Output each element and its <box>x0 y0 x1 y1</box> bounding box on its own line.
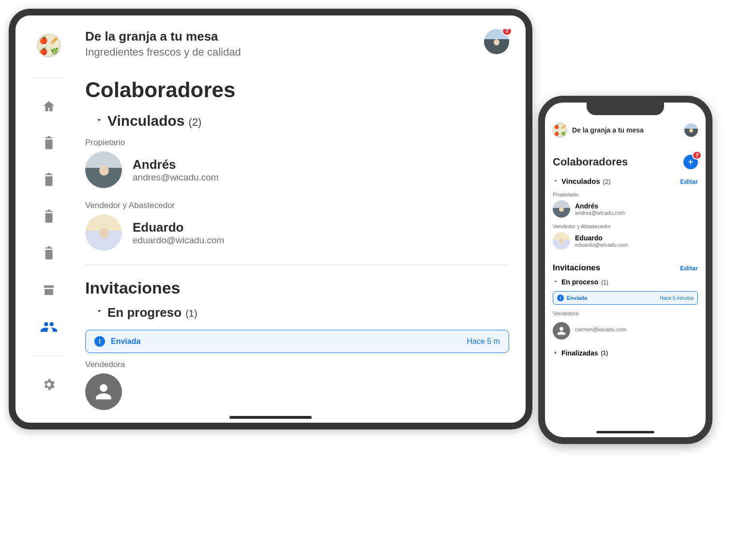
edit-link[interactable]: Editar <box>680 265 698 272</box>
pending-person-row[interactable] <box>85 373 509 410</box>
phone-device: 🍎🥖🍎🌿 De la granja a tu mesa Colaboradore… <box>538 96 712 444</box>
inprogress-section-header[interactable]: En proceso (1) <box>553 278 698 286</box>
linked-label: Vinculados <box>107 113 185 129</box>
clipboard-icon[interactable] <box>41 208 57 225</box>
collaborators-heading: Colaboradores <box>553 156 628 168</box>
app-logo[interactable]: 🍎🥖🍎🌿 <box>553 123 567 137</box>
person-email: eduardo@wicadu.com <box>133 235 224 246</box>
chevron-down-icon <box>95 116 104 126</box>
status-label: Enviada <box>111 337 140 346</box>
info-icon: ! <box>94 336 105 347</box>
invitation-status-banner[interactable]: ! Enviada Hace 5 m <box>85 330 509 353</box>
person-role: Propietario <box>85 138 509 148</box>
chevron-down-icon <box>95 307 104 317</box>
edit-link[interactable]: Editar <box>680 178 698 185</box>
status-label: Enviada <box>567 295 587 301</box>
person-role: Vendedora <box>85 360 509 370</box>
sidebar-divider <box>34 355 63 356</box>
tablet-device: 🍎🥖🍎🌿 <box>9 9 532 429</box>
home-icon[interactable] <box>41 98 57 115</box>
linked-section-header[interactable]: Vinculados (2) Editar <box>553 177 698 186</box>
person-role: Vendedora <box>553 310 698 316</box>
app-logo[interactable]: 🍎🥖🍎🌿 <box>37 34 60 57</box>
pending-person-row[interactable]: carmen@wicadu.com <box>553 319 698 340</box>
linked-label: Vinculados <box>561 177 600 185</box>
person-name: Andrés <box>133 157 219 172</box>
person-email: eduardo@wicadu.com <box>575 242 628 248</box>
person-email: carmen@wicadu.com <box>575 326 626 332</box>
gear-icon[interactable] <box>41 376 57 393</box>
divider <box>85 265 509 265</box>
inprogress-count: (1) <box>185 308 197 319</box>
person-row[interactable]: Andrés andres@wicadu.com <box>85 151 509 188</box>
app-subtitle: Ingredientes frescos y de calidad <box>85 46 241 59</box>
sidebar-divider <box>34 77 63 78</box>
avatar <box>85 151 122 188</box>
home-indicator[interactable] <box>229 416 312 419</box>
person-row[interactable]: Eduardo eduardo@wicadu.com <box>85 214 509 251</box>
person-name: Eduardo <box>575 234 628 242</box>
avatar <box>553 200 570 218</box>
finalized-section-header[interactable]: Finalizadas (1) <box>553 349 698 357</box>
person-row[interactable]: Andrés andres@wicadu.com <box>553 200 698 218</box>
avatar <box>85 214 122 251</box>
linked-count: (2) <box>189 116 202 129</box>
notification-badge[interactable]: 7 <box>502 29 512 36</box>
notification-badge[interactable]: 7 <box>692 151 702 160</box>
avatar-placeholder-icon <box>85 373 122 410</box>
finalized-count: (1) <box>601 350 608 356</box>
inprogress-label: En proceso <box>561 278 598 286</box>
inprogress-section-header[interactable]: En progreso (1) <box>95 305 509 320</box>
app-title: De la granja a tu mesa <box>572 126 644 134</box>
collaborators-heading: Colaboradores <box>85 78 509 102</box>
phone-notch <box>587 103 664 115</box>
clipboard-icon[interactable] <box>41 245 57 262</box>
people-icon[interactable] <box>41 319 57 335</box>
info-icon: ! <box>557 295 564 301</box>
inprogress-label: En progreso <box>107 305 181 320</box>
main-content: De la granja a tu mesa Ingredientes fres… <box>71 29 514 423</box>
invitation-status-banner[interactable]: ! Enviada Hace 5 minutos <box>553 291 698 305</box>
linked-count: (2) <box>603 178 611 185</box>
person-email: andres@wicadu.com <box>575 210 625 216</box>
add-button[interactable]: + 7 <box>683 155 698 169</box>
person-row[interactable]: Eduardo eduardo@wicadu.com <box>553 232 698 250</box>
person-email: andres@wicadu.com <box>133 172 219 183</box>
avatar <box>553 232 570 250</box>
finalized-label: Finalizadas <box>561 349 598 357</box>
chevron-down-icon <box>553 177 559 186</box>
archive-icon[interactable] <box>41 282 57 298</box>
person-name: Eduardo <box>133 220 224 235</box>
linked-section-header[interactable]: Vinculados (2) <box>95 113 509 129</box>
clipboard-icon[interactable] <box>41 135 57 151</box>
person-role: Propietario <box>553 192 698 197</box>
person-role: Vendedor y Abastecedor <box>85 201 509 210</box>
avatar-placeholder-icon <box>553 322 570 340</box>
user-avatar[interactable] <box>684 123 698 137</box>
sidebar: 🍎🥖🍎🌿 <box>27 29 71 423</box>
chevron-down-icon <box>553 278 559 286</box>
invitations-heading: Invitaciones <box>85 279 509 297</box>
person-role: Vendedor y Abastecedor <box>553 223 698 229</box>
inprogress-count: (1) <box>601 279 608 286</box>
chevron-right-icon <box>553 349 559 357</box>
home-indicator[interactable] <box>596 431 654 433</box>
person-name: Andrés <box>575 202 625 210</box>
app-title: De la granja a tu mesa <box>85 29 241 44</box>
clipboard-icon[interactable] <box>41 172 57 188</box>
status-time: Hace 5 m <box>467 337 500 346</box>
status-time: Hace 5 minutos <box>660 296 694 301</box>
invitations-heading: Invitaciones <box>553 263 600 273</box>
